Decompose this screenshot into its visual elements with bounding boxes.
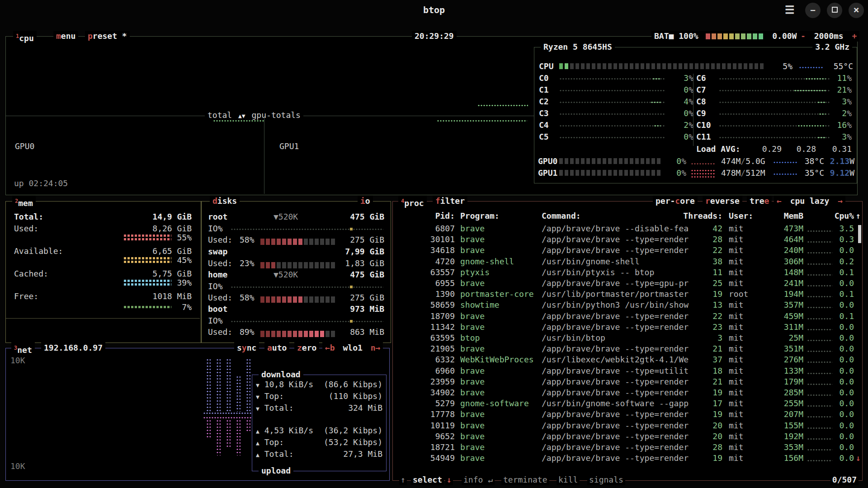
proc-row[interactable]: 21905brave/app/brave/brave --type=render… — [393, 343, 862, 354]
proc-user: root — [729, 289, 772, 300]
proc-threads: 42 — [681, 223, 722, 234]
disk-io-row: IO% — [208, 315, 384, 326]
tab-mem[interactable]: 2mem — [12, 196, 36, 209]
select-up-arrow[interactable]: ↑ — [399, 474, 407, 485]
disk-used-label: Used: — [208, 292, 232, 303]
disk-used-percent: 58% — [240, 235, 255, 245]
disks-title[interactable]: disks — [210, 196, 240, 206]
minimize-button[interactable]: − — [805, 3, 821, 18]
col-pid[interactable]: Pid: — [397, 211, 455, 221]
core-graph — [719, 124, 830, 127]
iface-prev-button[interactable]: ←b — [325, 343, 335, 352]
proc-row[interactable]: 4720gnome-shell/usr/bin/gnome-shell38mit… — [393, 256, 862, 267]
net-option-auto[interactable]: auto — [264, 343, 289, 353]
col-command[interactable]: Command: — [542, 211, 581, 221]
proc-row[interactable]: 9652brave/app/brave/brave --type=render2… — [393, 431, 862, 442]
disk-name: home — [208, 269, 227, 280]
proc-row[interactable]: 1390portmaster-core/usr/lib/portmaster/p… — [393, 289, 862, 300]
proc-row[interactable]: 17778brave/app/brave/brave --type=render… — [393, 409, 862, 420]
select-button[interactable]: select — [411, 474, 444, 485]
proc-user: mit — [729, 256, 772, 267]
per-core-toggle[interactable]: per-core — [653, 196, 698, 206]
filter-button[interactable]: filter — [433, 196, 467, 206]
col-cpu[interactable]: Cpu% — [828, 211, 854, 221]
graph-toggle-arrows[interactable]: ▲▼ — [238, 113, 245, 119]
proc-row[interactable]: 6955brave/app/brave/brave --type=gpu-pr2… — [393, 278, 862, 289]
proc-row[interactable]: 6960brave/app/brave/brave --type=utilit1… — [393, 366, 862, 376]
proc-row[interactable]: 23959brave/app/brave/brave --type=render… — [393, 376, 862, 387]
core-label: C8 — [696, 96, 706, 107]
sort-selector[interactable]: ← cpu lazy → — [774, 196, 845, 206]
preset-button[interactable]: preset * — [85, 31, 130, 42]
signals-button[interactable]: signals — [587, 474, 625, 485]
download-speed-bits: (86,6 Kibps) — [324, 380, 382, 389]
proc-user: mit — [729, 267, 772, 278]
graph-mode-label[interactable]: total ▲▼ gpu-totals — [205, 110, 303, 120]
iface-next-button[interactable]: n→ — [371, 343, 381, 352]
col-memb[interactable]: MemB — [773, 211, 803, 221]
net-option-sync[interactable]: sync — [234, 343, 259, 353]
terminate-button[interactable]: terminate — [501, 474, 549, 485]
net-option-zero[interactable]: zero — [294, 343, 319, 353]
tab-cpu[interactable]: 1cpu — [13, 31, 37, 44]
maximize-button[interactable] — [827, 3, 842, 18]
core-row: C1016% — [534, 120, 857, 131]
proc-memb: 156M — [773, 453, 803, 464]
proc-row[interactable]: 30101brave/app/brave/brave --type=render… — [393, 234, 862, 245]
proc-row[interactable]: 58659showtime/usr/bin/python3 /usr/bin/s… — [393, 300, 862, 310]
col-program[interactable]: Program: — [460, 211, 500, 221]
col-user[interactable]: User: — [729, 211, 753, 221]
close-button[interactable]: × — [849, 3, 864, 18]
proc-row[interactable]: 34902brave/app/brave/brave --type=render… — [393, 387, 862, 398]
kill-button[interactable]: kill — [557, 474, 580, 485]
disk-used-row: Used:58%275 GiB — [208, 235, 384, 245]
proc-row[interactable]: 54949brave/app/brave/brave --type=render… — [393, 453, 862, 464]
tab-proc[interactable]: 4proc — [398, 196, 427, 209]
update-ms-minus[interactable]: - — [801, 31, 806, 41]
proc-command: /app/brave/brave --type=utilit — [542, 366, 701, 376]
info-button[interactable]: info ↵ — [462, 474, 495, 485]
proc-row[interactable]: 63557ptyxis/usr/bin/ptyxis -- btop11mit1… — [393, 267, 862, 278]
io-mode-toggle[interactable]: io — [358, 196, 373, 206]
update-ms-plus[interactable]: + — [852, 31, 857, 41]
proc-pid: 21905 — [397, 343, 455, 354]
cpu-model-name: Ryzen 5 8645HS — [541, 42, 615, 52]
net-interface-switcher[interactable]: ←b wlo1 n→ — [322, 343, 383, 353]
menu-icon[interactable]: ☰ — [785, 4, 795, 16]
scroll-up-indicator[interactable]: ↑ — [856, 211, 861, 221]
tree-toggle[interactable]: tree — [747, 196, 772, 206]
sort-prev-button[interactable]: ← — [777, 196, 782, 206]
clock: 20:29:29 — [412, 31, 457, 42]
gpu-temp-graph — [773, 173, 797, 176]
reverse-toggle[interactable]: reverse — [703, 196, 742, 206]
proc-row[interactable]: 10119brave/app/brave/brave --type=render… — [393, 420, 862, 431]
sort-next-button[interactable]: → — [838, 196, 843, 206]
disks-box: disks io root▼520K475 GiBIO%Used:58%275 … — [201, 201, 391, 343]
proc-row[interactable]: 11342brave/app/brave/brave --type=render… — [393, 322, 862, 333]
download-graph-column — [216, 358, 221, 412]
scrollbar-thumb[interactable] — [858, 225, 861, 243]
proc-row[interactable]: 34618brave/app/brave/brave --type=render… — [393, 245, 862, 256]
proc-pid: 6807 — [397, 223, 455, 234]
proc-memb: 311M — [773, 322, 803, 333]
proc-row[interactable]: 6807brave/app/brave/brave --disable-fea4… — [393, 223, 862, 234]
menu-button[interactable]: menu — [53, 31, 78, 42]
proc-program: ptyxis — [460, 267, 540, 278]
proc-program: brave — [460, 387, 540, 398]
disk-name-row: swap7,99 GiB — [208, 246, 384, 257]
col-threads[interactable]: Threads: — [681, 211, 722, 221]
proc-row[interactable]: 18721brave/app/brave/brave --type=render… — [393, 442, 862, 453]
gpu-row: GPU10%478M/512M35°C9.12W — [534, 168, 857, 178]
proc-row[interactable]: 63595btop/usr/bin/btop3mit25M0.0 — [393, 333, 862, 343]
proc-pid: 23959 — [397, 376, 455, 387]
proc-program: btop — [460, 333, 540, 343]
tab-net[interactable]: 3net — [11, 343, 35, 356]
disk-io-activity-dot — [350, 228, 353, 230]
scroll-down-indicator[interactable]: ↓ — [856, 453, 861, 464]
proc-row[interactable]: 18709brave/app/brave/brave --type=render… — [393, 311, 862, 322]
battery-percent: 100% — [679, 31, 698, 41]
proc-user: mit — [729, 398, 772, 409]
proc-row[interactable]: 6332WebKitWebProces/usr/libexec/webkit2g… — [393, 354, 862, 365]
proc-row[interactable]: 5279gnome-software/usr/bin/gnome-softwar… — [393, 398, 862, 409]
select-down-arrow[interactable]: ↓ — [445, 474, 453, 485]
